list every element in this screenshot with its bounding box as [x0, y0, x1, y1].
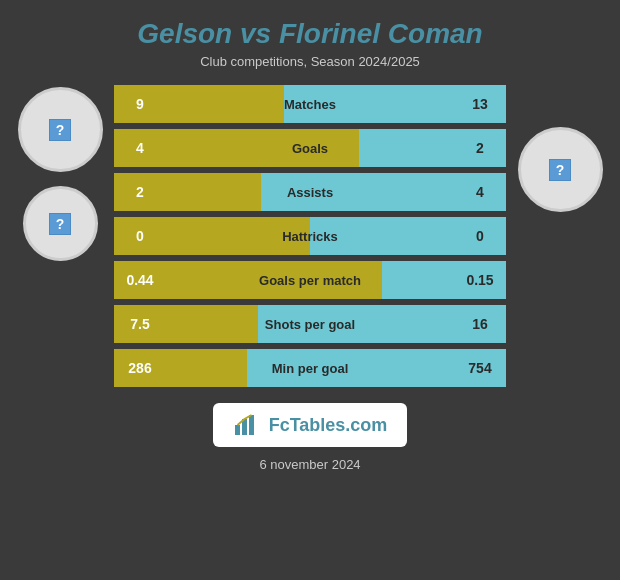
right-player-avatar: ?	[518, 127, 603, 212]
stat-bar: Goals per match	[166, 261, 454, 299]
left-player-avatars: ? ?	[10, 85, 110, 261]
question-icon-left-top: ?	[49, 119, 71, 141]
stat-row: 0.44Goals per match0.15	[114, 261, 506, 299]
logo-section: FcTables.com	[213, 403, 408, 447]
stat-label: Goals	[292, 141, 328, 156]
chart-icon	[233, 411, 261, 439]
stat-row: 7.5Shots per goal16	[114, 305, 506, 343]
stat-left-value: 0	[114, 217, 166, 255]
stat-row: 2Assists4	[114, 173, 506, 211]
logo-fc: Fc	[269, 415, 290, 435]
stat-row: 4Goals2	[114, 129, 506, 167]
left-player-avatar-top: ?	[18, 87, 103, 172]
stat-left-bar	[166, 85, 284, 123]
stat-bar: Min per goal	[166, 349, 454, 387]
stat-left-bar	[166, 305, 258, 343]
stat-left-value: 7.5	[114, 305, 166, 343]
stat-left-value: 2	[114, 173, 166, 211]
stat-bar: Assists	[166, 173, 454, 211]
stat-right-value: 16	[454, 305, 506, 343]
bottom-section: FcTables.com 6 november 2024	[0, 387, 620, 482]
stat-left-value: 9	[114, 85, 166, 123]
stat-right-value: 13	[454, 85, 506, 123]
stat-label: Goals per match	[259, 273, 361, 288]
header: Gelson vs Florinel Coman Club competitio…	[0, 0, 620, 75]
stat-label: Matches	[284, 97, 336, 112]
footer-date: 6 november 2024	[259, 457, 360, 472]
svg-rect-0	[235, 425, 240, 435]
stat-right-value: 0	[454, 217, 506, 255]
right-player-avatars: ?	[510, 85, 610, 212]
stats-container: 9Matches134Goals22Assists40Hattricks00.4…	[110, 85, 510, 387]
stat-row: 286Min per goal754	[114, 349, 506, 387]
stat-left-value: 0.44	[114, 261, 166, 299]
page-title: Gelson vs Florinel Coman	[20, 18, 600, 50]
svg-rect-2	[249, 415, 254, 435]
stat-bar: Goals	[166, 129, 454, 167]
stat-left-value: 4	[114, 129, 166, 167]
question-icon-left-bottom: ?	[49, 213, 71, 235]
stat-left-value: 286	[114, 349, 166, 387]
stat-left-bar	[166, 349, 247, 387]
logo-tables: Tables.com	[290, 415, 388, 435]
stat-bar: Hattricks	[166, 217, 454, 255]
main-content: ? ? 9Matches134Goals22Assists40Hattricks…	[0, 75, 620, 387]
stat-left-bar	[166, 129, 359, 167]
stat-left-bar	[166, 173, 261, 211]
stat-right-value: 0.15	[454, 261, 506, 299]
stat-right-value: 4	[454, 173, 506, 211]
stat-label: Shots per goal	[265, 317, 355, 332]
stat-label: Hattricks	[282, 229, 338, 244]
stat-row: 0Hattricks0	[114, 217, 506, 255]
question-icon-right: ?	[549, 159, 571, 181]
left-player-avatar-bottom: ?	[23, 186, 98, 261]
stat-bar: Shots per goal	[166, 305, 454, 343]
stat-label: Assists	[287, 185, 333, 200]
stat-bar: Matches	[166, 85, 454, 123]
logo-text: FcTables.com	[269, 415, 388, 436]
stat-label: Min per goal	[272, 361, 349, 376]
stat-right-value: 754	[454, 349, 506, 387]
stat-right-value: 2	[454, 129, 506, 167]
subtitle: Club competitions, Season 2024/2025	[20, 54, 600, 69]
stat-row: 9Matches13	[114, 85, 506, 123]
